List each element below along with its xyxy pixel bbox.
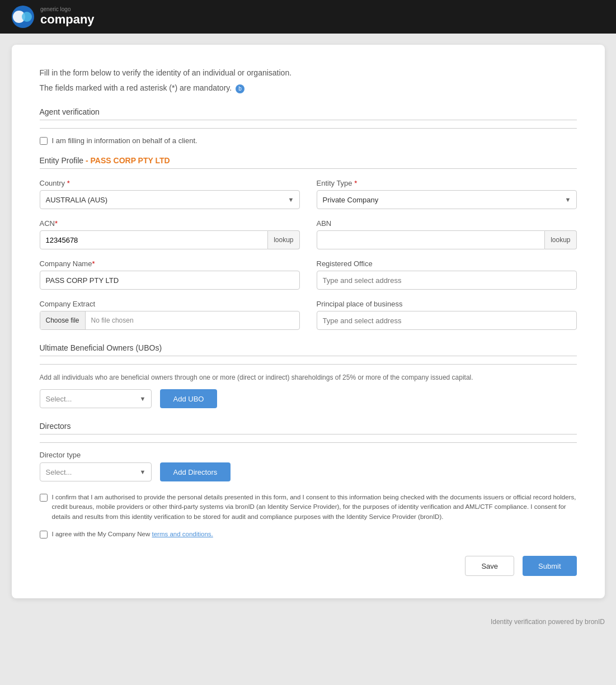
abn-label: ABN — [317, 219, 577, 228]
entity-profile-header: Entity Profile - PASS CORP PTY LTD — [40, 156, 577, 169]
logo-icon — [11, 5, 35, 29]
entity-profile-title-text: Entity Profile — [40, 156, 84, 165]
director-row: Select... ▼ Add Directors — [40, 462, 577, 481]
ubo-select-wrapper: Select... ▼ — [40, 389, 152, 408]
director-type-select-wrapper: Select... ▼ — [40, 462, 152, 481]
agent-verification-header: Agent verification — [40, 107, 577, 120]
directors-divider — [40, 442, 577, 443]
abn-input-wrapper: lookup — [317, 230, 577, 249]
file-input-wrapper: Choose file No file chosen — [40, 311, 300, 330]
agent-verification-title: Agent verification — [40, 107, 100, 116]
director-type-select[interactable]: Select... — [40, 462, 152, 481]
header: generic logo company — [0, 0, 616, 34]
intro-line2: The fields marked with a red asterisk (*… — [40, 82, 577, 94]
company-extract-group: Company Extract Choose file No file chos… — [40, 300, 300, 330]
country-group: Country * AUSTRALIA (AUS) ▼ — [40, 179, 300, 209]
main-card: Fill in the form below to verify the ide… — [12, 45, 605, 598]
abn-lookup-button[interactable]: lookup — [545, 230, 576, 249]
consent1-text: I confirm that I am authorised to provid… — [52, 493, 577, 522]
intro-line1: Fill in the form below to verify the ide… — [40, 67, 577, 79]
logo-container: generic logo company — [11, 5, 95, 29]
entity-profile-title: Entity Profile - PASS CORP PTY LTD — [40, 156, 170, 165]
add-ubo-button[interactable]: Add UBO — [160, 389, 218, 408]
company-name-input[interactable] — [40, 271, 300, 290]
company-name-group: Company Name* — [40, 259, 300, 290]
abn-input[interactable] — [317, 230, 546, 249]
agent-checkbox-row: I am filling in information on behalf of… — [40, 136, 577, 145]
agent-checkbox[interactable] — [40, 137, 48, 145]
registered-office-group: Registered Office — [317, 259, 577, 290]
agent-divider — [40, 128, 577, 129]
acn-abn-row: ACN* lookup ABN lookup — [40, 219, 577, 249]
acn-group: ACN* lookup — [40, 219, 300, 249]
acn-lookup-button[interactable]: lookup — [268, 230, 299, 249]
principal-place-label: Principal place of business — [317, 300, 577, 308]
entity-type-select-wrapper: Private Company ▼ — [317, 190, 577, 209]
agent-checkbox-label: I am filling in information on behalf of… — [52, 136, 198, 145]
terms-link[interactable]: terms and conditions. — [152, 531, 213, 537]
entity-company-name: - PASS CORP PTY LTD — [86, 156, 170, 165]
bottom-actions: Save Submit — [40, 556, 577, 576]
footer-text: Identity verification powered by bronID — [491, 618, 605, 626]
entity-type-select[interactable]: Private Company — [317, 190, 577, 209]
country-entity-row: Country * AUSTRALIA (AUS) ▼ Entity Type … — [40, 179, 577, 209]
consent1-row: I confirm that I am authorised to provid… — [40, 493, 577, 522]
country-label: Country * — [40, 179, 300, 187]
principal-place-group: Principal place of business — [317, 300, 577, 330]
directors-title: Directors — [40, 422, 71, 431]
company-name-label: Company Name* — [40, 259, 300, 268]
companyname-regoffice-row: Company Name* Registered Office — [40, 259, 577, 290]
logo-name: company — [40, 12, 95, 27]
entity-type-label: Entity Type * — [317, 179, 577, 187]
svg-point-2 — [22, 12, 32, 22]
abn-group: ABN lookup — [317, 219, 577, 249]
consent-section: I confirm that I am authorised to provid… — [40, 493, 577, 539]
company-extract-label: Company Extract — [40, 300, 300, 308]
add-directors-button[interactable]: Add Directors — [160, 462, 231, 481]
extract-principal-row: Company Extract Choose file No file chos… — [40, 300, 577, 330]
footer: Identity verification powered by bronID — [0, 610, 616, 634]
entity-type-group: Entity Type * Private Company ▼ — [317, 179, 577, 209]
ubo-row: Select... ▼ Add UBO — [40, 389, 577, 408]
consent2-row: I agree with the My Company New terms an… — [40, 530, 577, 539]
director-type-label: Director type — [40, 451, 577, 459]
consent2-checkbox[interactable] — [40, 531, 48, 538]
ubo-divider — [40, 364, 577, 365]
choose-file-button[interactable]: Choose file — [40, 311, 86, 329]
consent1-checkbox[interactable] — [40, 494, 48, 502]
registered-office-label: Registered Office — [317, 259, 577, 268]
ubo-title: Ultimate Beneficial Owners (UBOs) — [40, 343, 162, 352]
submit-button[interactable]: Submit — [523, 556, 576, 576]
principal-place-input[interactable] — [317, 311, 577, 330]
acn-input-wrapper: lookup — [40, 230, 300, 249]
acn-input[interactable] — [40, 230, 269, 249]
info-icon[interactable]: b — [236, 84, 244, 93]
logo-text: generic logo company — [40, 7, 95, 27]
intro-line2-text: The fields marked with a red asterisk (*… — [40, 83, 232, 92]
ubo-description: Add all individuals who are beneficial o… — [40, 372, 577, 382]
country-select-wrapper: AUSTRALIA (AUS) ▼ — [40, 190, 300, 209]
registered-office-input[interactable] — [317, 271, 577, 290]
country-select[interactable]: AUSTRALIA (AUS) — [40, 190, 300, 209]
directors-section-header: Directors — [40, 422, 577, 434]
consent2-text: I agree with the My Company New terms an… — [52, 530, 213, 539]
logo-tagline: generic logo — [40, 7, 95, 12]
ubo-section-header: Ultimate Beneficial Owners (UBOs) — [40, 343, 577, 356]
file-chosen-text: No file chosen — [86, 316, 139, 324]
acn-label: ACN* — [40, 219, 300, 228]
ubo-select[interactable]: Select... — [40, 389, 152, 408]
save-button[interactable]: Save — [465, 556, 514, 576]
